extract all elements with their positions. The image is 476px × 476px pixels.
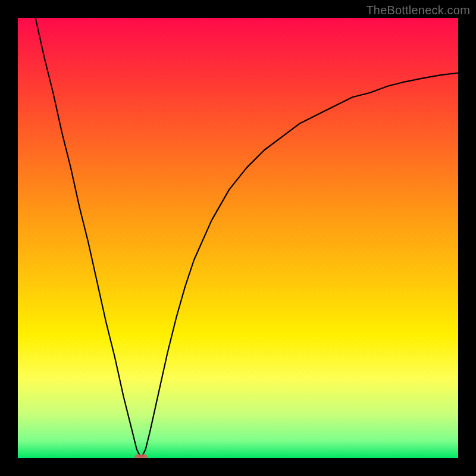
plot-area [18,18,458,458]
chart-frame: TheBottleneck.com [0,0,476,476]
bottleneck-curve [36,18,458,458]
minimum-marker-secondary [140,454,148,458]
watermark-text: TheBottleneck.com [366,4,470,17]
curve-layer [18,18,458,458]
